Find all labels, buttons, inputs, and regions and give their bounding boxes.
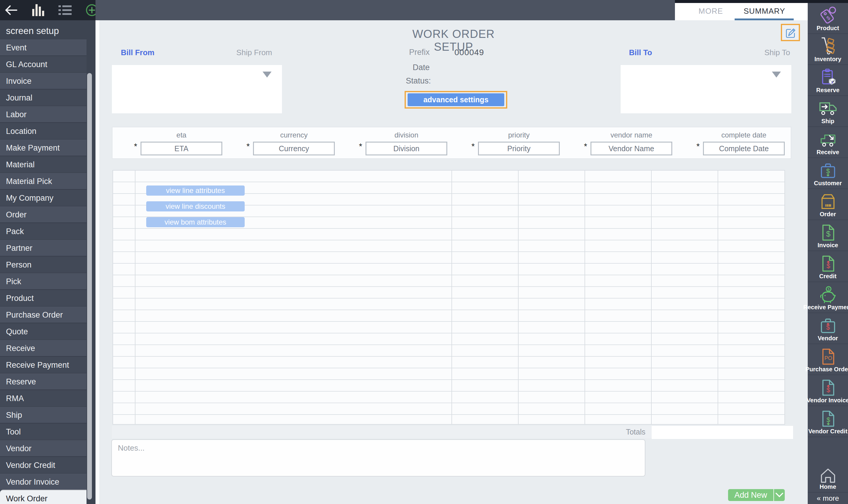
sidebar-item-label: Invoice [6, 77, 32, 86]
sidebar-item-label: Work Order [6, 494, 48, 503]
field-input[interactable] [590, 142, 672, 155]
field-group: division * [366, 127, 447, 155]
nav-product[interactable]: $ Product [808, 3, 848, 34]
sidebar-item-label: Location [6, 127, 36, 136]
bill-to-label[interactable]: Bill To [629, 48, 652, 57]
nav-receive-payment[interactable]: $ Receive Payment [808, 282, 848, 313]
sidebar-item[interactable]: GL Account [0, 55, 87, 72]
sidebar-item[interactable]: Pack [0, 222, 87, 239]
sidebar-item[interactable]: Quote [0, 323, 87, 339]
chevron-down-icon[interactable] [774, 489, 785, 501]
tab-more[interactable]: MORE [691, 3, 730, 20]
line-action-button[interactable]: view line discounts [146, 201, 245, 212]
po-doc-icon: PO [819, 347, 837, 366]
chevron-down-icon[interactable] [772, 72, 781, 77]
sidebar-item[interactable]: Purchase Order [0, 306, 87, 323]
bill-to-box[interactable] [621, 65, 791, 113]
nav-vendor-invoice[interactable]: $ Vendor Invoice [808, 375, 848, 406]
sidebar-item[interactable]: Pick [0, 273, 87, 289]
sidebar-item[interactable]: Partner [0, 239, 87, 256]
invoice-doc-icon: $ [819, 223, 837, 242]
nav-label: Home [820, 483, 836, 490]
sidebar-item-label: Reserve [6, 377, 36, 386]
sidebar-item[interactable]: Tool [0, 423, 87, 439]
nav-credit[interactable]: $ Credit [808, 251, 848, 282]
edit-icon[interactable] [784, 26, 797, 39]
nav-more[interactable]: « more [808, 493, 848, 504]
nav-purchase-order[interactable]: PO Purchase Order [808, 344, 848, 375]
sidebar-item[interactable]: Location [0, 122, 87, 139]
edit-screen-highlight[interactable] [781, 24, 800, 41]
add-new-label[interactable]: Add New [728, 489, 773, 501]
sidebar-item[interactable]: Material Pick [0, 173, 87, 189]
tab-bar: MORE SUMMARY [675, 3, 808, 20]
nav-reserve[interactable]: Reserve [808, 65, 848, 96]
field-input[interactable] [478, 142, 560, 155]
bill-from-box[interactable] [112, 65, 282, 113]
nav-inventory[interactable]: Inventory [808, 34, 848, 65]
sidebar-item[interactable]: Receive [0, 339, 87, 356]
sidebar-item[interactable]: Receive Payment [0, 356, 87, 373]
sidebar-item[interactable]: Reserve [0, 373, 87, 390]
line-action-button[interactable]: view line attributes [146, 185, 245, 196]
field-input[interactable] [703, 142, 785, 155]
sidebar-item[interactable]: Invoice [0, 72, 87, 89]
sidebar-item[interactable]: Work Order [0, 490, 87, 504]
sidebar-item[interactable]: Labor [0, 106, 87, 122]
field-input[interactable] [141, 142, 222, 155]
nav-home[interactable]: Home [808, 467, 848, 493]
list-icon[interactable] [58, 5, 72, 16]
ship-to-label[interactable]: Ship To [755, 48, 790, 57]
sidebar-item[interactable]: Person [0, 256, 87, 273]
sidebar-item[interactable]: My Company [0, 189, 87, 206]
sidebar-item[interactable]: Journal [0, 89, 87, 106]
bar-chart-icon[interactable] [32, 4, 45, 17]
back-arrow-icon[interactable] [5, 4, 18, 16]
sidebar-item-label: Person [6, 260, 32, 269]
advanced-settings-highlight: advanced settings [405, 91, 507, 109]
notes-input[interactable] [111, 439, 646, 476]
chevron-down-icon[interactable] [263, 72, 271, 77]
nav-invoice[interactable]: $ Invoice [808, 220, 848, 251]
line-action-button[interactable]: view bom attributes [146, 217, 245, 227]
sidebar-item[interactable]: Make Payment [0, 139, 87, 156]
sidebar-item-label: Material [6, 160, 35, 169]
nav-label: Receive [817, 149, 840, 156]
sidebar-item-label: Labor [6, 110, 26, 119]
sidebar-item-label: Partner [6, 244, 33, 253]
sidebar-item[interactable]: Vendor Invoice [0, 473, 87, 490]
bill-from-label[interactable]: Bill From [121, 48, 155, 57]
line-items-table[interactable]: view line attributesview line discountsv… [112, 170, 785, 425]
tab-summary[interactable]: SUMMARY [735, 3, 794, 20]
add-new-button[interactable]: Add New [728, 489, 785, 501]
sidebar-item[interactable]: Ship [0, 406, 87, 423]
sidebar-item-label: Tool [6, 427, 21, 436]
sidebar-item[interactable]: Order [0, 206, 87, 222]
sidebar-item-label: Quote [6, 327, 28, 336]
nav-order[interactable]: Order [808, 189, 848, 220]
briefcase-dollar-icon: $ [818, 162, 837, 180]
svg-text:PO: PO [824, 355, 832, 361]
sidebar-scrollbar[interactable] [87, 73, 92, 500]
field-label: complete date [703, 131, 785, 139]
nav-label: Inventory [814, 56, 841, 62]
content-left-strip [95, 20, 99, 504]
column-divider [651, 170, 652, 424]
nav-label: Ship [822, 118, 834, 125]
nav-vendor-credit[interactable]: $ Vendor Credit [808, 406, 848, 437]
nav-vendor[interactable]: $ Vendor [808, 313, 848, 344]
sidebar-item[interactable]: Vendor Credit [0, 456, 87, 473]
sidebar-item[interactable]: RMA [0, 390, 87, 406]
nav-receive[interactable]: Receive [808, 127, 848, 158]
sidebar-item[interactable]: Event [0, 39, 87, 55]
field-input[interactable] [366, 142, 447, 155]
sidebar-item[interactable]: Vendor [0, 439, 87, 456]
field-input[interactable] [253, 142, 335, 155]
sidebar-item[interactable]: Material [0, 156, 87, 173]
advanced-settings-button[interactable]: advanced settings [408, 93, 504, 106]
nav-ship[interactable]: Ship [808, 96, 848, 127]
sidebar-item-label: Pick [6, 277, 21, 286]
ship-from-label[interactable]: Ship From [236, 48, 272, 57]
nav-customer[interactable]: $ Customer [808, 158, 848, 189]
sidebar-item[interactable]: Product [0, 289, 87, 306]
